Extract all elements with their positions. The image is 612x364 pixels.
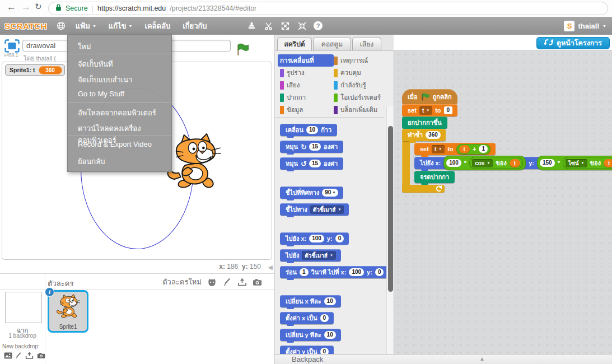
sprite-info-icon[interactable]: i: [45, 287, 54, 297]
number-input[interactable]: 0: [335, 235, 344, 242]
file-menu-item[interactable]: อัพโหลดจากคอมพิวเตอร์: [68, 104, 171, 119]
browser-forward-icon[interactable]: →: [21, 2, 31, 13]
variable-reporter[interactable]: t: [459, 145, 470, 153]
category-โอเปอร์เรเตอร์[interactable]: โอเปอร์เรเตอร์: [331, 91, 387, 104]
help-icon[interactable]: ?: [314, 21, 323, 30]
palette-block[interactable]: หมุน↺15องศา: [280, 157, 343, 170]
category-เสียง[interactable]: เสียง: [278, 79, 334, 91]
number-input[interactable]: 10: [324, 331, 336, 339]
category-การเคลื่อนที่[interactable]: การเคลื่อนที่: [278, 54, 334, 67]
number-input[interactable]: 15: [309, 160, 321, 167]
number-input[interactable]: 1: [479, 145, 488, 153]
number-input[interactable]: 0: [375, 268, 384, 276]
cat-sprite[interactable]: [165, 133, 224, 195]
dropdown-input[interactable]: t▼: [432, 145, 445, 153]
dropdown-input[interactable]: t▼: [419, 106, 432, 115]
script-block-pen[interactable]: จรดปากกา: [414, 171, 455, 183]
variable-reporter[interactable]: t: [604, 159, 612, 167]
category-ควบคุม[interactable]: ควบคุม: [331, 67, 387, 79]
operator-reporter[interactable]: 100*cos▼ของt: [443, 156, 526, 170]
tab-เสียง[interactable]: เสียง: [352, 37, 381, 50]
dropdown-input[interactable]: ไซน์▼: [566, 159, 587, 167]
palette-scrollbar[interactable]: [386, 106, 394, 354]
script-c-header[interactable]: ทำซ้ำ360: [402, 129, 446, 141]
variable-reporter[interactable]: t: [510, 159, 520, 167]
category-กำลังรับรู้[interactable]: กำลังรับรู้: [331, 79, 387, 91]
palette-block[interactable]: ชี้ไปทางตัวชี้เมาส์▼: [280, 203, 349, 216]
operator-reporter[interactable]: 150*ไซน์▼ของt: [537, 156, 612, 170]
number-input[interactable]: 100: [309, 235, 324, 242]
dropdown-input[interactable]: ตัวชี้เมาส์▼: [302, 251, 336, 260]
browser-refresh-icon[interactable]: ↻: [35, 2, 42, 12]
tab-สคริปต์[interactable]: สคริปต์: [277, 37, 312, 50]
duplicate-stamp-icon[interactable]: [246, 21, 256, 31]
category-รูปร่าง[interactable]: รูปร่าง: [278, 67, 334, 79]
palette-block[interactable]: เปลี่ยน x ทีละ10: [280, 295, 341, 307]
shrink-icon[interactable]: [297, 21, 307, 31]
tab-คอสตูม[interactable]: คอสตูม: [313, 37, 351, 50]
script-c-block[interactable]: ทำซ้ำ360sett▼tot+1ไปยัง x:100*cos▼ของty:…: [402, 129, 612, 193]
stop-button[interactable]: [253, 43, 267, 56]
new-sprite-library-icon[interactable]: [207, 277, 217, 287]
script-block-data[interactable]: sett▼tot+1: [414, 143, 496, 155]
backpack-collapse-icon[interactable]: ▲: [479, 356, 485, 362]
palette-block[interactable]: ไปยัง x:100y:0: [280, 232, 349, 245]
number-dropdown-input[interactable]: 90▼: [322, 189, 338, 197]
category-บล็อกเพิ่มเติม[interactable]: บล็อกเพิ่มเติม: [331, 104, 387, 116]
file-menu-item[interactable]: ย้อนกลับ: [68, 152, 171, 168]
dropdown-input[interactable]: cos▼: [472, 159, 493, 167]
menubar-item-แฟ้ม[interactable]: แฟ้ม▼: [69, 17, 102, 35]
category-เหตุการณ์[interactable]: เหตุการณ์: [331, 54, 387, 67]
category-ปากกา[interactable]: ปากกา: [278, 91, 334, 104]
operator-reporter[interactable]: t+1: [456, 144, 490, 155]
palette-block[interactable]: ชี้ไปที่ทิศทาง90▼: [280, 186, 343, 199]
number-input[interactable]: 0: [320, 314, 329, 322]
camera-sprite-icon[interactable]: [252, 277, 262, 287]
menubar-item-แก้ไข[interactable]: แก้ไข▼: [102, 17, 139, 35]
see-project-page-button[interactable]: ดูหน้าโครงการ: [536, 37, 610, 49]
operator-reporter[interactable]: cos▼ของt: [469, 157, 523, 169]
category-ข้อมูล[interactable]: ข้อมูล: [278, 104, 334, 116]
number-input[interactable]: 10: [324, 297, 336, 305]
menubar-item-เกี่ยวกับ[interactable]: เกี่ยวกับ: [176, 17, 213, 35]
number-input[interactable]: 100: [349, 268, 364, 276]
number-input[interactable]: 150: [540, 159, 555, 167]
grow-icon[interactable]: [280, 21, 290, 31]
dropdown-input[interactable]: ตัวชี้เมาส์▼: [310, 206, 344, 214]
paint-backdrop-icon[interactable]: [15, 351, 22, 361]
stage-thumbnail[interactable]: [5, 292, 42, 323]
number-input[interactable]: 10: [306, 126, 318, 134]
script-block-pen[interactable]: ยกปากกาขึ้น: [402, 116, 447, 129]
number-input[interactable]: 1: [300, 268, 309, 276]
script-block-data[interactable]: sett▼to0: [402, 104, 457, 116]
upload-sprite-icon[interactable]: [237, 277, 247, 287]
file-menu-item[interactable]: ใหม่: [68, 38, 171, 53]
palette-block[interactable]: ตั้งค่า x เป็น0: [280, 312, 334, 324]
backpack-bar[interactable]: Backpack ▲: [275, 354, 612, 364]
palette-block[interactable]: ไปยังตัวชี้เมาส์▼: [280, 249, 341, 262]
sprite-pane-toggle-icon[interactable]: ◀: [268, 264, 273, 271]
camera-backdrop-icon[interactable]: [36, 351, 45, 361]
file-menu-item[interactable]: จัดเก็บแบบสำเนา: [68, 71, 171, 86]
user-area[interactable]: S thaiall ▼: [564, 17, 606, 35]
address-bar[interactable]: Secure | https://scratch.mit.edu/project…: [48, 2, 608, 15]
delete-scissors-icon[interactable]: [263, 21, 273, 31]
palette-block[interactable]: หมุน↻15องศา: [280, 141, 343, 153]
palette-block[interactable]: เคลื่อน10ก้าว: [280, 124, 337, 136]
number-input[interactable]: 0: [444, 106, 453, 114]
paint-new-sprite-icon[interactable]: [222, 277, 232, 287]
green-flag-button[interactable]: [236, 43, 249, 56]
script-area[interactable]: เมื่อถูกคลิกsett▼to0ยกปากกาขึ้นทำซ้ำ360s…: [394, 50, 612, 354]
palette-block[interactable]: เปลี่ยน y ทีละ10: [280, 329, 341, 341]
upload-backdrop-icon[interactable]: [25, 351, 34, 361]
variable-monitor[interactable]: Sprite1: t 360: [5, 64, 65, 76]
menubar-item-เคล็ดลับ[interactable]: เคล็ดลับ: [138, 17, 176, 35]
file-menu-item[interactable]: จัดเก็บทันที: [68, 55, 171, 71]
palette-scroll-thumb[interactable]: [388, 126, 393, 292]
browser-back-icon[interactable]: ←: [7, 2, 16, 13]
number-input[interactable]: 100: [446, 159, 461, 167]
sprite-tile-sprite1[interactable]: Sprite1 i: [48, 290, 88, 333]
script-block-motion[interactable]: ไปยัง x:100*cos▼ของty:150*ไซน์▼ของt: [414, 157, 612, 169]
palette-block[interactable]: ร่อน1วินาที ไปที่ x:100y:0: [280, 266, 389, 278]
file-menu-item[interactable]: ดาวน์โหลดลงเครื่องคอมพิวเตอร์: [68, 119, 171, 135]
